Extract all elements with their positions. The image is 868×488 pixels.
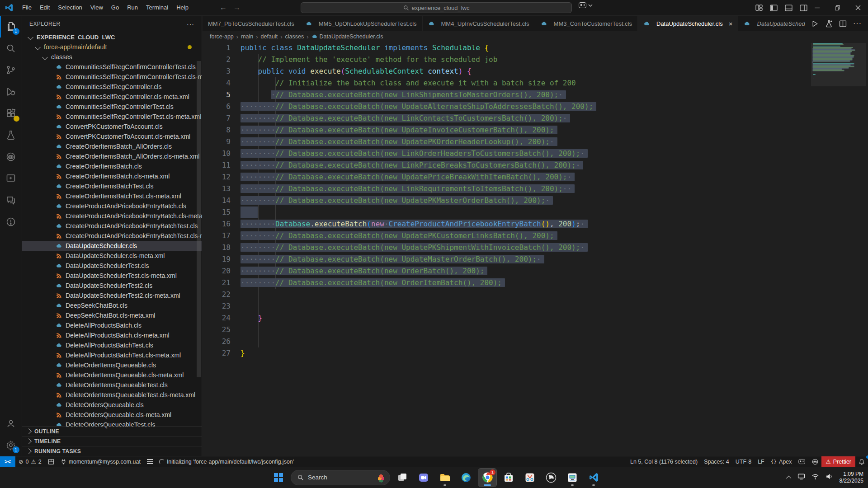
code-line-4[interactable]: 4 // Initialize the batch class and exec… — [203, 77, 868, 89]
command-center-search[interactable]: experience_cloud_lwc — [301, 2, 572, 13]
file-item[interactable]: CommunitiesSelfRegConfirmControllerTest.… — [22, 62, 202, 72]
tree-folder-classes[interactable]: classes — [22, 52, 202, 62]
code-line-13[interactable]: 13········// Database.executeBatch(new L… — [203, 183, 868, 195]
assistant-status-icon[interactable] — [809, 456, 821, 467]
code-line-2[interactable]: 2 // Implement the 'execute' method for … — [203, 54, 868, 66]
restore-button[interactable] — [827, 0, 848, 15]
code-line-7[interactable]: 7········// Database.executeBatch(new Li… — [203, 113, 868, 124]
activity-testing-icon[interactable] — [0, 124, 22, 146]
file-item[interactable]: DeleteOrderItemsQueueableTest.cls — [22, 380, 202, 390]
taskbar-taskpro-icon[interactable]: TaskPro — [563, 469, 581, 487]
file-item[interactable]: DeleteAllProductsBatchTest.cls-meta.xml — [22, 350, 202, 360]
breadcrumb-item[interactable]: main — [241, 33, 253, 40]
file-item[interactable]: DataUpdateSchedulerTest2.cls — [22, 281, 202, 291]
file-item[interactable]: CommunitiesSelfRegController.cls — [22, 82, 202, 92]
problems-indicator[interactable]: ⊘0 ⚠2 — [15, 456, 45, 467]
menu-terminal[interactable]: Terminal — [142, 2, 172, 13]
file-item[interactable]: CommunitiesSelfRegControllerTest.cls-met… — [22, 112, 202, 122]
code-line-5[interactable]: 5 ·// Database.executeBatch(new LinkShip… — [203, 89, 868, 101]
tray-volume-icon[interactable] — [826, 473, 833, 482]
file-item[interactable]: DeleteAllProductsBatch.cls-meta.xml — [22, 330, 202, 340]
start-button[interactable] — [269, 469, 288, 487]
file-item[interactable]: CreateProductAndPricebookEntryBatchTest.… — [22, 231, 202, 241]
file-item[interactable]: CreateOrderItemsBatchTest.cls — [22, 181, 202, 191]
taskbar-vscode-icon[interactable] — [585, 469, 603, 487]
activity-source-control-icon[interactable] — [0, 59, 22, 81]
file-item[interactable]: CommunitiesSelfRegController.cls-meta.xm… — [22, 92, 202, 102]
close-tab-icon[interactable]: × — [729, 20, 733, 28]
split-editor-icon[interactable] — [839, 20, 847, 28]
section-running-tasks[interactable]: RUNNING TASKS — [22, 446, 202, 456]
taskbar-edge-icon[interactable] — [457, 469, 475, 487]
file-item[interactable]: DataUpdateSchedulerTest.cls-meta.xml — [22, 271, 202, 281]
tray-network-icon[interactable] — [811, 473, 819, 482]
code-line-11[interactable]: 11········// Database.executeBatch(new L… — [203, 160, 868, 171]
code-line-3[interactable]: 3 public void execute(SchedulableContext… — [203, 66, 868, 77]
file-item[interactable]: DeleteAllProductsBatchTest.cls — [22, 340, 202, 350]
copilot-status-icon[interactable] — [795, 456, 809, 467]
code-line-20[interactable]: 20········// Database.executeBatch(new O… — [203, 265, 868, 277]
breadcrumb-item[interactable]: classes — [285, 33, 304, 40]
tray-overflow-icon[interactable] — [786, 475, 791, 480]
activity-run-debug-icon[interactable] — [0, 81, 22, 103]
file-item[interactable]: DeepSeekChatBot.cls-meta.xml — [22, 310, 202, 320]
code-line-22[interactable]: 22 — [203, 289, 868, 300]
file-item[interactable]: DeleteAllProductsBatch.cls — [22, 320, 202, 330]
code-line-15[interactable]: 15 — [203, 206, 868, 218]
file-item[interactable]: CommunitiesSelfRegConfirmControllerTest.… — [22, 72, 202, 82]
code-line-21[interactable]: 21········// Database.executeBatch(new O… — [203, 277, 868, 289]
customize-layout-icon[interactable] — [755, 4, 763, 11]
file-item[interactable]: DataUpdateScheduler.cls — [22, 241, 202, 251]
cursor-position[interactable]: Ln 5, Col 8 (1176 selected) — [627, 456, 701, 467]
copilot-menu-button[interactable] — [579, 2, 593, 8]
code-line-18[interactable]: 18········// Database.executeBatch(new U… — [203, 242, 868, 253]
breadcrumb-item[interactable]: default — [261, 33, 278, 40]
encoding-status[interactable]: UTF-8 — [732, 456, 755, 467]
minimize-button[interactable] — [807, 0, 827, 15]
file-item[interactable]: DeleteOrderItemsQueueable.cls-meta.xml — [22, 370, 202, 380]
taskbar-teams-chat-icon[interactable] — [415, 469, 433, 487]
file-item[interactable]: DeleteOrderItemsQueueable.cls — [22, 360, 202, 370]
tab-MM5_UpOhLookUpSchedulerTest.cls[interactable]: MM5_UpOhLookUpSchedulerTest.cls — [300, 16, 423, 31]
code-line-8[interactable]: 8········// Database.executeBatch(new Up… — [203, 124, 868, 136]
tray-monitor-icon[interactable] — [797, 473, 805, 482]
toggle-secondary-sidebar-icon[interactable] — [800, 4, 807, 12]
taskbar-obs-icon[interactable] — [542, 469, 560, 487]
activity-copilot-icon[interactable] — [0, 146, 22, 168]
file-item[interactable]: DataUpdateSchedulerTest.cls — [22, 261, 202, 271]
menu-help[interactable]: Help — [172, 2, 193, 13]
toggle-sidebar-icon[interactable] — [770, 4, 778, 12]
tab-MM7_PbToCusSchedulerTest.cls[interactable]: MM7_PbToCusSchedulerTest.cls — [203, 16, 300, 31]
file-item[interactable]: CommunitiesSelfRegControllerTest.cls — [22, 102, 202, 112]
file-item[interactable]: CreateProductAndPricebookEntryBatchTest.… — [22, 221, 202, 231]
breadcrumb[interactable]: force-app›main›default›classes›DataUpdat… — [203, 31, 868, 42]
menu-go[interactable]: Go — [107, 2, 123, 13]
file-item[interactable]: CreateOrderItemsBatch_AllOrders.cls-meta… — [22, 151, 202, 161]
activity-org-browser-icon[interactable] — [0, 168, 22, 189]
tab-DataUpdateScheduler.cls[interactable]: DataUpdateScheduler.cls× — [638, 16, 738, 31]
activity-account-icon[interactable] — [0, 413, 22, 434]
menu-view[interactable]: View — [86, 2, 107, 13]
editor-more-actions-icon[interactable]: ··· — [853, 19, 862, 28]
file-item[interactable]: ConvertPKCustomerToAccount.cls — [22, 122, 202, 131]
code-line-17[interactable]: 17········// Database.executeBatch(new U… — [203, 230, 868, 242]
taskbar-chrome-icon[interactable]: 1 — [478, 469, 496, 487]
eol-status[interactable]: LF — [755, 456, 768, 467]
file-item[interactable]: CreateOrderItemsBatch.cls-meta.xml — [22, 171, 202, 181]
code-line-9[interactable]: 9········// Database.executeBatch(new Up… — [203, 136, 868, 148]
activity-chat-icon[interactable] — [0, 189, 22, 211]
file-item[interactable]: CreateOrderItemsBatch_AllOrders.cls — [22, 141, 202, 151]
section-timeline[interactable]: TIMELINE — [22, 436, 202, 446]
code-line-25[interactable]: 25 — [203, 324, 868, 336]
menu-edit[interactable]: Edit — [36, 2, 54, 13]
tab-DataUpdateSchedulerTest2.cls[interactable]: DataUpdateSchedulerTest2.cls — [738, 16, 814, 31]
taskbar-snipping-tool-icon[interactable] — [521, 469, 539, 487]
tree-root[interactable]: EXPERIENCE_CLOUD_LWC — [22, 32, 202, 42]
forward-arrow-icon[interactable]: → — [233, 4, 241, 12]
menu-run[interactable]: Run — [123, 2, 142, 13]
file-item[interactable]: DataUpdateSchedulerTest2.cls-meta.xml — [22, 291, 202, 300]
code-line-27[interactable]: 27} — [203, 347, 868, 359]
taskbar-microsoft-store-icon[interactable] — [500, 469, 518, 487]
file-item[interactable]: CreateProductAndPricebookEntryBatch.cls — [22, 201, 202, 211]
file-item[interactable]: ConvertPKCustomerToAccount.cls-meta.xml — [22, 131, 202, 141]
